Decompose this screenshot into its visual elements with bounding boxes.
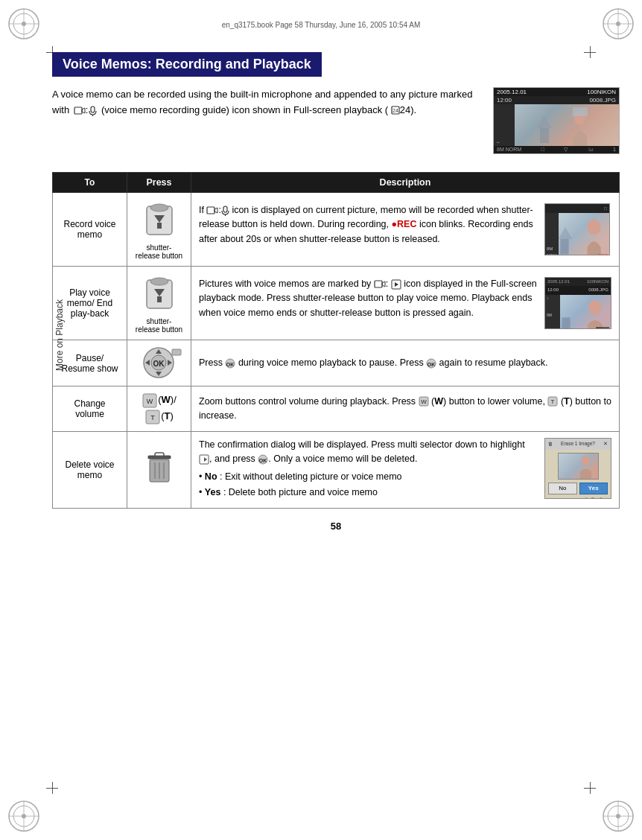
desc-text-delete: The confirmation dialog will be displaye… bbox=[199, 438, 537, 502]
cell-press-delete bbox=[127, 432, 191, 509]
svg-rect-27 bbox=[540, 128, 549, 143]
header-press: Press bbox=[127, 173, 191, 193]
table-row-pause: Pause/ Resume show OK bbox=[53, 340, 620, 386]
table-row-delete: Delete voice memo bbox=[53, 432, 620, 509]
table-row-volume: Change volume W (W)/ T bbox=[53, 386, 620, 432]
cell-to-pause: Pause/ Resume show bbox=[53, 340, 127, 386]
cell-desc-volume: Zoom buttons control volume during playb… bbox=[191, 386, 620, 432]
svg-rect-45 bbox=[157, 296, 162, 302]
svg-marker-28 bbox=[537, 116, 552, 128]
page-title: Voice Memos: Recording and Playback bbox=[52, 52, 322, 77]
header-description: Description bbox=[191, 173, 620, 193]
svg-rect-35 bbox=[207, 207, 214, 214]
svg-rect-20 bbox=[74, 107, 82, 114]
page-number: 58 bbox=[52, 521, 620, 532]
svg-rect-59 bbox=[172, 349, 181, 355]
info-table: To Press Description Record voice memo bbox=[52, 172, 620, 509]
cell-press-volume: W (W)/ T (T) bbox=[127, 386, 191, 432]
svg-point-39 bbox=[588, 220, 601, 235]
main-content: Voice Memos: Recording and Playback A vo… bbox=[52, 52, 620, 788]
cell-press-record: shutter-release button bbox=[127, 193, 191, 267]
svg-marker-36 bbox=[214, 208, 217, 213]
svg-text:OK: OK bbox=[259, 458, 267, 463]
svg-marker-41 bbox=[559, 227, 572, 239]
header-to: To bbox=[53, 173, 127, 193]
corner-decoration-tr bbox=[600, 6, 636, 42]
delete-option-no: No : Exit without deleting picture or vo… bbox=[199, 470, 537, 484]
file-info: en_q3175.book Page 58 Thursday, June 16,… bbox=[222, 21, 421, 29]
press-label-play: shutter-release button bbox=[135, 317, 183, 334]
cell-press-pause: OK bbox=[127, 340, 191, 386]
svg-point-4 bbox=[22, 22, 26, 26]
svg-point-43 bbox=[150, 278, 168, 285]
svg-marker-79 bbox=[204, 457, 207, 462]
svg-text:T: T bbox=[150, 414, 155, 421]
delete-options-list: No : Exit without deleting picture or vo… bbox=[199, 470, 537, 500]
svg-point-19 bbox=[616, 814, 620, 818]
svg-text:24: 24 bbox=[392, 108, 398, 113]
svg-point-14 bbox=[22, 814, 26, 818]
svg-rect-51 bbox=[562, 317, 570, 329]
cell-desc-delete: The confirmation dialog will be displaye… bbox=[191, 432, 620, 509]
svg-marker-49 bbox=[395, 282, 398, 287]
svg-text:W: W bbox=[147, 398, 153, 405]
svg-text:OK: OK bbox=[428, 362, 436, 367]
svg-text:T: T bbox=[551, 398, 555, 405]
sidebar-wrapper: More on Playback bbox=[7, 223, 30, 447]
svg-rect-73 bbox=[155, 453, 164, 456]
svg-text:OK: OK bbox=[226, 362, 235, 367]
corner-decoration-br bbox=[600, 798, 636, 834]
svg-point-82 bbox=[581, 456, 589, 465]
svg-text:W: W bbox=[421, 398, 427, 405]
desc-text-record: If : icon is displayed on current pictur… bbox=[199, 203, 537, 246]
press-label-record: shutter-release button bbox=[135, 244, 183, 260]
cell-press-play: shutter-release button bbox=[127, 267, 191, 340]
delete-option-yes: Yes : Delete both picture and voice memo bbox=[199, 486, 537, 500]
cell-to-play: Play voice memo/ End play-back bbox=[53, 267, 127, 340]
img-record: □ 8MNRM bbox=[544, 203, 611, 255]
cell-to-record: Record voice memo bbox=[53, 193, 127, 267]
corner-decoration-tl bbox=[6, 6, 42, 42]
camera-preview-bottom: 8M NORM □ ▽ :ω 1 bbox=[494, 146, 619, 153]
camera-preview: 2005.12.01 100NIKON 12:00 0008.JPG ↔ bbox=[493, 87, 620, 154]
svg-rect-34 bbox=[157, 223, 162, 229]
intro-text: A voice memo can be recorded using the b… bbox=[52, 87, 481, 154]
table-row-play: Play voice memo/ End play-back shutter-r… bbox=[53, 267, 620, 340]
cell-desc-record: If : icon is displayed on current pictur… bbox=[191, 193, 620, 267]
svg-point-50 bbox=[588, 299, 601, 314]
cell-to-volume: Change volume bbox=[53, 386, 127, 432]
intro-section: A voice memo can be recorded using the b… bbox=[52, 87, 620, 154]
svg-rect-37 bbox=[223, 206, 227, 212]
svg-point-9 bbox=[616, 22, 620, 26]
camera-preview-top: 2005.12.01 100NIKON bbox=[494, 88, 619, 96]
table-row-record: Record voice memo shutter-release button bbox=[53, 193, 620, 267]
cell-to-delete: Delete voice memo bbox=[53, 432, 127, 509]
svg-rect-40 bbox=[560, 239, 568, 254]
img-play: 2005.12.01100NIKON 12:000008.JPG ↕8MNRM bbox=[544, 277, 611, 329]
svg-point-32 bbox=[150, 204, 168, 211]
img-delete: 🗑 Erase 1 Image? ✕ bbox=[544, 438, 611, 499]
svg-rect-22 bbox=[91, 106, 95, 112]
cell-desc-pause: Press OK during voice memo playback to p… bbox=[191, 340, 620, 386]
svg-text:OK: OK bbox=[153, 360, 165, 368]
corner-decoration-bl bbox=[6, 798, 42, 834]
svg-rect-46 bbox=[375, 281, 382, 287]
cell-desc-play: Pictures with voice memos are marked by … bbox=[191, 267, 620, 340]
desc-text-play: Pictures with voice memos are marked by … bbox=[199, 277, 537, 320]
